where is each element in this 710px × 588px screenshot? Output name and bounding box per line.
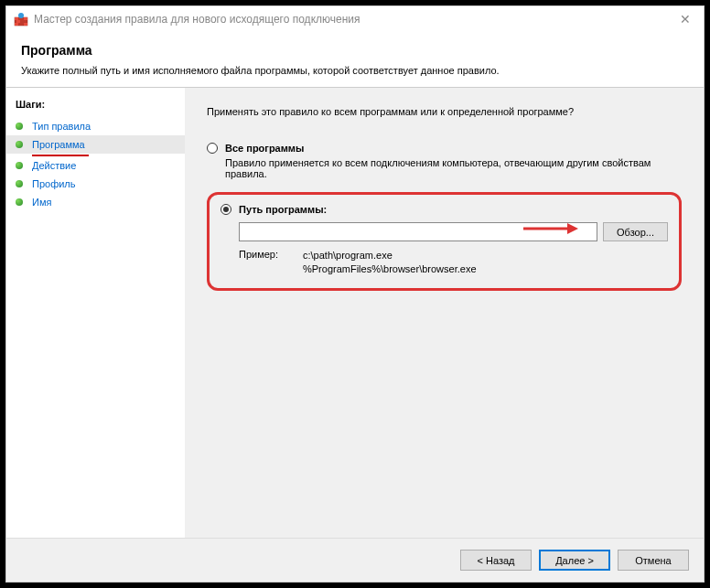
svg-rect-8 — [19, 23, 23, 26]
question-text: Применять это правило ко всем программам… — [207, 106, 682, 117]
program-path-input[interactable] — [239, 222, 597, 241]
wizard-window: Мастер создания правила для нового исход… — [5, 5, 705, 583]
step-bullet-icon — [16, 180, 23, 187]
wizard-footer: < Назад Далее > Отмена — [6, 538, 704, 582]
radio-label: Все программы — [225, 143, 304, 154]
svg-rect-4 — [24, 17, 27, 20]
cancel-button[interactable]: Отмена — [618, 550, 689, 571]
step-bullet-icon — [16, 123, 23, 130]
sidebar-item-label: Действие — [32, 160, 76, 171]
sidebar-item-label: Профиль — [32, 178, 76, 189]
steps-sidebar: Шаги: Тип правила Программа Действие Про… — [6, 88, 185, 538]
svg-rect-5 — [16, 20, 20, 23]
sidebar-item-program[interactable]: Программа — [6, 135, 185, 154]
steps-header: Шаги: — [6, 95, 185, 117]
example-text: c:\path\program.exe %ProgramFiles%\brows… — [303, 249, 477, 277]
radio-icon — [207, 143, 218, 154]
sidebar-item-rule-type[interactable]: Тип правила — [6, 117, 185, 135]
back-button[interactable]: < Назад — [460, 550, 532, 571]
example-line-2: %ProgramFiles%\browser\browser.exe — [303, 262, 477, 276]
radio-program-path[interactable]: Путь программы: — [221, 204, 668, 215]
close-icon[interactable]: ✕ — [674, 12, 696, 27]
wizard-header: Программа Укажите полный путь и имя испо… — [6, 32, 704, 87]
path-row: Обзор... — [239, 222, 668, 241]
svg-rect-7 — [15, 23, 18, 26]
svg-rect-6 — [21, 20, 25, 23]
svg-rect-2 — [15, 17, 18, 20]
wizard-body: Шаги: Тип правила Программа Действие Про… — [6, 87, 704, 538]
sidebar-item-label: Имя — [32, 197, 51, 208]
sidebar-item-label: Тип правила — [32, 121, 91, 132]
step-bullet-icon — [16, 162, 23, 169]
step-bullet-icon — [16, 198, 23, 206]
radio-label: Путь программы: — [239, 204, 327, 215]
radio-icon — [221, 204, 231, 215]
window-title: Мастер создания правила для нового исход… — [34, 13, 674, 26]
sidebar-item-name[interactable]: Имя — [6, 193, 185, 211]
svg-point-10 — [18, 13, 24, 18]
annotation-highlight-box: Путь программы: Обзор... Пример: c:\path… — [207, 192, 682, 291]
page-title: Программа — [21, 43, 689, 58]
firewall-icon — [14, 12, 28, 27]
page-description: Укажите полный путь и имя исполняемого ф… — [21, 65, 689, 76]
sidebar-item-action[interactable]: Действие — [6, 156, 185, 175]
step-bullet-icon — [16, 141, 23, 148]
radio-all-desc: Правило применяется ко всем подключениям… — [225, 157, 682, 179]
svg-rect-9 — [24, 23, 27, 26]
titlebar: Мастер создания правила для нового исход… — [6, 6, 704, 32]
sidebar-item-label: Программа — [32, 139, 85, 150]
example-line-1: c:\path\program.exe — [303, 249, 477, 262]
radio-all-programs[interactable]: Все программы — [207, 143, 682, 154]
browse-button[interactable]: Обзор... — [603, 222, 668, 241]
example-row: Пример: c:\path\program.exe %ProgramFile… — [239, 249, 668, 277]
sidebar-item-profile[interactable]: Профиль — [6, 175, 185, 193]
next-button[interactable]: Далее > — [539, 550, 610, 571]
content-panel: Применять это правило ко всем программам… — [185, 88, 704, 538]
example-label: Пример: — [239, 249, 303, 277]
